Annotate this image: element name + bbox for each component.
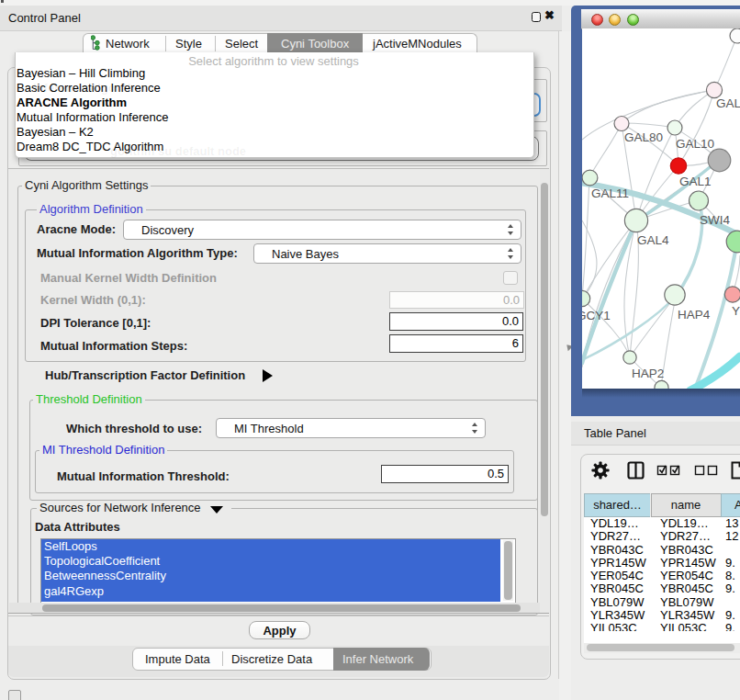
svg-text:GAL80: GAL80 bbox=[624, 130, 663, 144]
svg-text:GAL1: GAL1 bbox=[679, 175, 712, 188]
svg-text:GAL11: GAL11 bbox=[591, 186, 629, 200]
svg-text:YJ: YJ bbox=[732, 304, 740, 318]
svg-text:GAL10: GAL10 bbox=[676, 137, 714, 151]
svg-text:HAP4: HAP4 bbox=[678, 308, 711, 322]
svg-text:GAL4: GAL4 bbox=[637, 233, 669, 247]
svg-text:GAL7: GAL7 bbox=[716, 96, 740, 110]
svg-text:HAP2: HAP2 bbox=[632, 367, 664, 380]
svg-text:GCY1: GCY1 bbox=[582, 309, 611, 322]
svg-text:SWI4: SWI4 bbox=[700, 213, 730, 227]
